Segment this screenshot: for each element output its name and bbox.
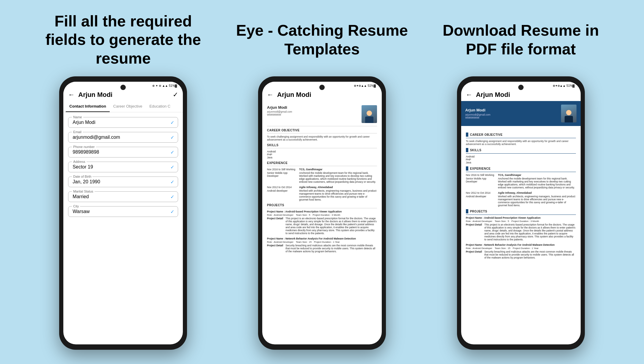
phone-2: ⊕✦⊛▲▲ 51%▓ ← Arjun Modi Arjun Modi arjun [258, 76, 386, 350]
camera-cutout-2 [319, 85, 325, 90]
check-email: ✓ [170, 135, 174, 140]
section-skills-2: SKILLS [267, 144, 377, 147]
label-marital: Marital Status [72, 190, 94, 193]
page-title-2: Arjun Modi [277, 91, 377, 99]
check-marital: ✓ [170, 194, 174, 200]
exp-left-1-2: Nov 2016 to Still Working Senior Mobile … [267, 168, 297, 183]
proj-row-1-3: Project Name : Android-based Prescriptio… [466, 216, 576, 241]
form-area-1: Name Arjun Modi ✓ Email arjunmodi@gmail.… [63, 112, 183, 344]
resume-header-2: Arjun Modi arjunmodi@gmail.com 989898989… [267, 105, 377, 123]
field-name[interactable]: Name Arjun Modi ✓ [68, 117, 178, 128]
exp-right-1-2: TCS, Gandhinagar Anchored the mobile dev… [299, 168, 377, 183]
proj-team-label-1-3: Team Size : 5 [495, 220, 509, 223]
divider-1 [267, 126, 377, 126]
tab-contact-info[interactable]: Contact Information [66, 101, 110, 112]
skill-3-3: Java [466, 161, 576, 164]
resume-photo-3 [561, 105, 577, 122]
back-button-2[interactable]: ← [267, 91, 274, 99]
nav-bar-1: ← Arjun Modi ✓ [63, 89, 183, 101]
field-marital[interactable]: Marital Status Married ✓ [68, 191, 178, 202]
field-city[interactable]: City Warsaw ✓ [68, 206, 178, 217]
signal-icon: ▲▲ [162, 84, 168, 87]
section-skills-3: SKILLS [466, 148, 576, 152]
exp-left-2-3: Nov 2012 to Oct 2014 Android developer [466, 191, 496, 207]
status-icons-1: ⊕ ✦ ⊛ ▲▲ 51%▓ [152, 84, 177, 87]
proj-detail-label-2-3: Project Detail [466, 250, 482, 259]
battery-icon-3: 51%▓ [566, 84, 574, 87]
camera-cutout-3 [518, 85, 524, 90]
back-button-3[interactable]: ← [466, 91, 472, 99]
section-career-2: CAREER OBJECTIVE [267, 129, 377, 132]
proj-row-1-2: Project Name : Android-based Prescriptio… [267, 210, 377, 235]
proj-detail-text-2-3: Security breaching and malicious attacks… [484, 250, 576, 259]
proj-role-label-1-3: Role : Android Developer [466, 220, 492, 223]
proj-team-label-2-3: Team Size : 15 [495, 247, 511, 250]
resume-phone-3: 9898989898 [465, 116, 491, 119]
label-city: City [72, 204, 80, 208]
phone-2-screen: ⊕✦⊛▲▲ 51%▓ ← Arjun Modi Arjun Modi arjun [262, 82, 382, 344]
tab-education[interactable]: Education C [146, 101, 174, 112]
divider-blue-2 [466, 153, 576, 154]
resume-name-3: Arjun Modi [465, 108, 491, 112]
section-exp-2: EXPERIENCE [267, 161, 377, 165]
field-email[interactable]: Email arjunmodi@gmail.com ✓ [68, 132, 178, 143]
resume-phone-2: 9898989898 [267, 113, 292, 116]
field-dob[interactable]: Date of Birth Jan, 20 1990 ✓ [68, 177, 178, 187]
exp-left-2-2: Nov 2012 to Oct 2014 Android developer [267, 186, 297, 201]
proj-dur-label-2-2: Project Duration : 1 Year [314, 241, 340, 243]
proj-meta-2-2: Role : Android Developer Team Size : 15 … [267, 241, 377, 243]
exp-period-2-2: Nov 2012 to Oct 2014 [267, 186, 297, 189]
exp-role-1-2: Senior Mobile App Developer [267, 171, 297, 177]
wifi-icon-2: ⊕✦⊛▲▲ [354, 84, 367, 87]
label-email: Email [72, 130, 83, 134]
check-button-1[interactable]: ✓ [173, 91, 178, 99]
proj-team-label-2-2: Team Size : 15 [296, 241, 312, 243]
network-icon: ⊛ [159, 84, 161, 87]
value-address: Sector 19 [73, 164, 93, 169]
skills-list-2: Android PHP Java [267, 150, 377, 159]
value-name: Arjun Modi [73, 119, 95, 125]
check-name: ✓ [170, 120, 174, 125]
status-icons-3: ⊕✦⊛▲▲ 51%▓ [553, 84, 575, 87]
bluetooth-icon: ✦ [155, 84, 158, 87]
exp-row-1-2: Nov 2016 to Still Working Senior Mobile … [267, 168, 377, 183]
resume-name-2: Arjun Modi [267, 105, 292, 110]
battery-icon-2: 51%▓ [368, 84, 376, 87]
divider-blue-1 [466, 138, 576, 138]
proj-dur-label-1-2: Project Duration : 3 Month [312, 214, 340, 216]
status-icons-2: ⊕✦⊛▲▲ 51%▓ [354, 84, 376, 87]
phone-2-wrapper: ⊕✦⊛▲▲ 51%▓ ← Arjun Modi Arjun Modi arjun [223, 76, 422, 350]
proj-role-label-1-2: Role : Android Developer [267, 214, 293, 216]
exp-right-2-2: Agile Infoway, Ahmedabad Worked with arc… [299, 186, 377, 201]
proj-dur-label-2-3: Project Duration : 1 Year [513, 247, 539, 250]
phone-1-screen: ⊕ ✦ ⊛ ▲▲ 51%▓ ← Arjun Modi ✓ Contact Inf… [63, 82, 183, 344]
proj-row-2-2: Project Name : Network Behavior Analysis… [267, 237, 377, 253]
phone-1-wrapper: ⊕ ✦ ⊛ ▲▲ 51%▓ ← Arjun Modi ✓ Contact Inf… [24, 76, 223, 350]
exp-detail-2-3: Worked with architects, engineering mana… [498, 195, 576, 207]
back-button-1[interactable]: ← [68, 91, 75, 99]
proj-detail-row-2-2: Project Detail Security breaching and ma… [267, 244, 377, 253]
blue-bar-proj [466, 209, 468, 213]
proj-name-2-2: Project Name : Network Behavior Analysis… [267, 237, 377, 240]
nav-bar-2: ← Arjun Modi [262, 89, 382, 101]
field-phone[interactable]: Phone number 9898989898 ✓ [68, 147, 178, 157]
page-title-3: Arjun Modi [476, 91, 576, 99]
proj-name-1-3: Project Name : Android-based Prescriptio… [466, 216, 576, 219]
blue-bar-career [466, 133, 468, 137]
exp-left-1-3: Nov 2016 to Still Working Senior Mobile … [466, 174, 496, 189]
value-phone: 9898989898 [73, 149, 99, 155]
proj-role-label-2-2: Role : Android Developer [267, 241, 293, 243]
label-name: Name [72, 115, 83, 119]
exp-company-1-3: TCS, Gandhinagar [498, 174, 576, 177]
exp-row-1-3: Nov 2016 to Still Working Senior Mobile … [466, 174, 576, 189]
exp-row-2-2: Nov 2012 to Oct 2014 Android developer A… [267, 186, 377, 201]
tab-career-objective[interactable]: Career Objective [110, 101, 146, 112]
resume-email-2: arjunmodi@gmail.com [267, 110, 292, 113]
exp-right-2-3: Agile Infoway, Ahmedabad Worked with arc… [498, 191, 576, 207]
resume-name-block-2: Arjun Modi arjunmodi@gmail.com 989898989… [267, 105, 292, 116]
exp-company-2-2: Agile Infoway, Ahmedabad [299, 186, 377, 189]
field-address[interactable]: Address Sector 19 ✓ [68, 162, 178, 172]
exp-role-2-3: Android developer [466, 195, 496, 198]
proj-detail-label-2-2: Project Detail [267, 244, 283, 253]
label-phone: Phone number [72, 145, 96, 149]
